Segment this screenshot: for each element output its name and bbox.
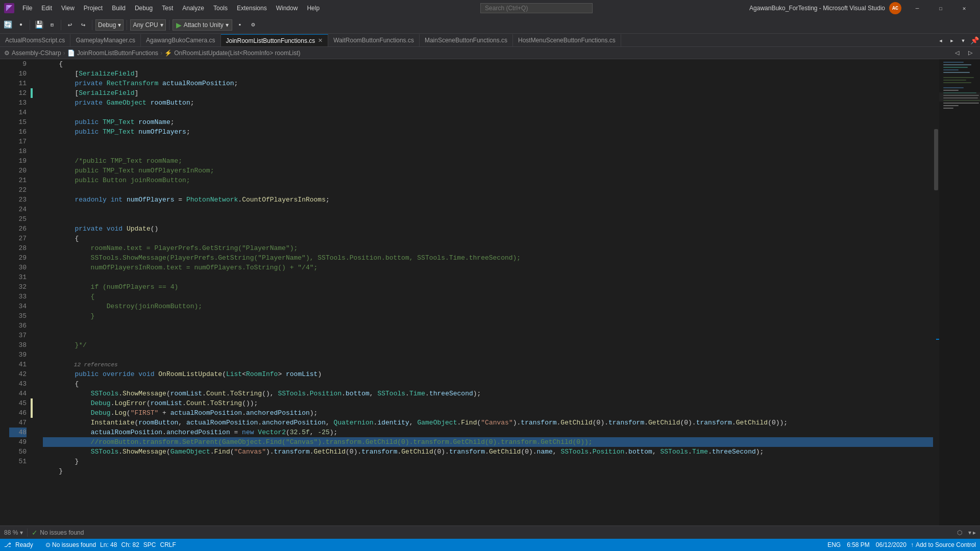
zoom-value: 88 % <box>4 529 18 536</box>
tab-label-gameplay: GameplayManager.cs <box>76 37 135 44</box>
add-source-control[interactable]: ↑ Add to Source Control <box>911 541 976 548</box>
tabs-actions: ◂ ▸ ▾ 📌 <box>935 34 980 46</box>
breadcrumb-method[interactable]: OnRoomListUpdate(List<RoomInfo> roomList… <box>174 49 300 57</box>
check-icon: ✓ <box>32 529 38 537</box>
attach-dropdown-icon: ▾ <box>226 21 229 29</box>
code-line-22 <box>43 185 933 195</box>
svg-rect-3 <box>943 69 959 70</box>
code-line-44: Debug.LogError(roomList.Count.ToString()… <box>43 398 933 408</box>
toolbar-extra1[interactable]: ▪ <box>234 19 246 31</box>
attach-to-unity-button[interactable]: ▶ Attach to Unity ▾ <box>173 19 232 31</box>
code-line-18 <box>43 146 933 156</box>
minimize-button[interactable]: — <box>905 0 929 16</box>
issues-text: No issues found <box>40 529 84 536</box>
code-line-51: } <box>43 466 933 476</box>
menu-help[interactable]: Help <box>303 3 324 14</box>
status-col[interactable]: Ch: 82 <box>121 541 139 548</box>
close-button[interactable]: ✕ <box>952 0 976 16</box>
menu-build[interactable]: Build <box>108 3 130 14</box>
zoom-level[interactable]: 88 % ▾ <box>4 529 23 536</box>
status-encoding[interactable]: CRLF <box>160 541 176 548</box>
breadcrumb-sep-1: › <box>63 49 65 57</box>
tab-joinroom[interactable]: JoinRoomListButtonFunctions.cs ✕ <box>221 34 329 46</box>
tab-actualrooms[interactable]: ActualRoomsScript.cs <box>0 34 70 46</box>
svg-rect-5 <box>943 77 974 78</box>
status-date: 06/12/2020 <box>876 541 906 548</box>
code-content[interactable]: { [SerializeField] private RectTransform… <box>31 59 933 525</box>
status-spaces[interactable]: SPC <box>143 541 156 548</box>
menu-analyze[interactable]: Analyze <box>178 3 208 14</box>
toolbar-new[interactable]: 🔄 <box>2 19 13 31</box>
breadcrumb-project[interactable]: Assembly-CSharp <box>12 49 61 57</box>
status-line[interactable]: Ln: 48 <box>100 541 117 548</box>
tabs-dropdown[interactable]: ▾ <box>958 35 969 46</box>
platform-dropdown[interactable]: Any CPU ▾ <box>130 19 165 31</box>
menu-project[interactable]: Project <box>80 3 107 14</box>
svg-rect-15 <box>943 105 959 106</box>
info-sep <box>27 529 28 537</box>
tab-waitroom[interactable]: WaitRoomButtonFunctions.cs <box>328 34 420 46</box>
search-input[interactable] <box>480 3 593 13</box>
svg-rect-8 <box>943 87 964 88</box>
breadcrumb-pin[interactable]: ◁ <box>951 47 963 59</box>
svg-rect-17 <box>939 92 980 102</box>
code-line-19: /*public TMP_Text roomName; <box>43 156 933 166</box>
status-bar: ⎇ Ready ⊙ No issues found Ln: 48 Ch: 82 … <box>0 539 980 551</box>
no-issues[interactable]: ✓ No issues found <box>32 529 84 537</box>
toolbar-sep-2 <box>61 20 61 30</box>
scroll-thumb[interactable] <box>934 129 938 190</box>
maximize-button[interactable]: ☐ <box>929 0 952 16</box>
code-line-49: SSTools.ShowMessage(GameObject.Find("Can… <box>43 447 933 457</box>
code-line-35: } <box>43 311 933 321</box>
code-line-36 <box>43 321 933 331</box>
breadcrumb-file[interactable]: JoinRoomListButtonFunctions <box>77 49 158 57</box>
menu-extensions[interactable]: Extensions <box>233 3 271 14</box>
tabs-row: ActualRoomsScript.cs GameplayManager.cs … <box>0 34 980 47</box>
toolbar-sep-4 <box>127 20 127 30</box>
toolbar-save[interactable]: 💾 <box>33 19 44 31</box>
upload-icon: ↑ <box>911 541 914 548</box>
code-line-29: SSTools.ShowMessage(PlayerPrefs.GetStrin… <box>43 253 933 263</box>
tabs-scroll-left[interactable]: ◂ <box>935 35 946 46</box>
breadcrumb-expand[interactable]: ▷ <box>965 47 976 59</box>
menu-tools[interactable]: Tools <box>209 3 232 14</box>
status-time: 6:58 PM <box>847 541 870 548</box>
tab-camera[interactable]: AgawangBukoCamera.cs <box>141 34 220 46</box>
menu-debug[interactable]: Debug <box>131 3 157 14</box>
tab-hostmenu[interactable]: HostMenuSceneButtonFunctions.cs <box>513 34 621 46</box>
toolbar-save-all[interactable]: ⊞ <box>46 19 58 31</box>
info-bar: 88 % ▾ ✓ No issues found ⬡ ▾ ▸ <box>0 525 980 539</box>
title-bar: File Edit View Project Build Debug Test … <box>0 0 980 16</box>
toolbar-extra2[interactable]: ⚙ <box>248 19 259 31</box>
code-line-23: readonly int numOfPlayers = PhotonNetwor… <box>43 195 933 205</box>
code-line-38: }*/ <box>43 340 933 350</box>
toolbar-open[interactable]: ● <box>15 19 27 31</box>
debug-config-dropdown[interactable]: Debug ▾ <box>95 19 124 31</box>
code-line-10: [SerializeField] <box>43 69 933 79</box>
tab-gameplay[interactable]: GameplayManager.cs <box>70 34 141 46</box>
info-right: ⬡ ▾ ▸ <box>957 529 976 536</box>
menu-test[interactable]: Test <box>158 3 177 14</box>
status-right: ENG 6:58 PM 06/12/2020 <box>827 541 906 548</box>
code-line-34: Destroy(joinRoomButton); <box>43 302 933 311</box>
method-icon: ⚡ <box>164 49 172 57</box>
tab-label-camera: AgawangBukoCamera.cs <box>146 37 215 44</box>
code-line-24 <box>43 205 933 214</box>
scrollbar[interactable] <box>933 59 939 525</box>
tabs-scroll-right[interactable]: ▸ <box>946 35 958 46</box>
toolbar-undo[interactable]: ↩ <box>64 19 76 31</box>
code-line-46: Instantiate(roomButton, actualRoomPositi… <box>43 418 933 428</box>
tab-mainscene[interactable]: MainSceneButtonFunctions.cs <box>420 34 513 46</box>
status-ready[interactable]: Ready <box>15 541 33 548</box>
menu-edit[interactable]: Edit <box>37 3 56 14</box>
pin-panel[interactable]: 📌 <box>969 35 980 46</box>
status-eng[interactable]: ENG <box>827 541 841 548</box>
menu-view[interactable]: View <box>57 3 79 14</box>
svg-rect-2 <box>943 67 968 68</box>
tab-close-joinroom[interactable]: ✕ <box>318 37 323 44</box>
main-area: 9 10 11 12 13 14 15 16 17 18 19 20 21 22… <box>0 59 980 525</box>
menu-file[interactable]: File <box>18 3 36 14</box>
toolbar-redo[interactable]: ↪ <box>78 19 89 31</box>
goto-icon: ⬡ <box>957 529 962 536</box>
menu-window[interactable]: Window <box>272 3 302 14</box>
